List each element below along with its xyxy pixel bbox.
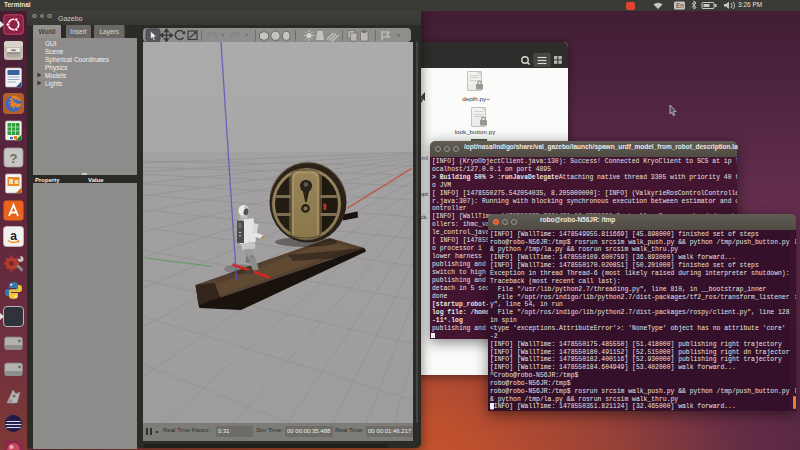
svg-text:a: a	[10, 229, 17, 243]
svg-text:?: ?	[10, 150, 18, 165]
svg-text:En: En	[676, 2, 684, 9]
